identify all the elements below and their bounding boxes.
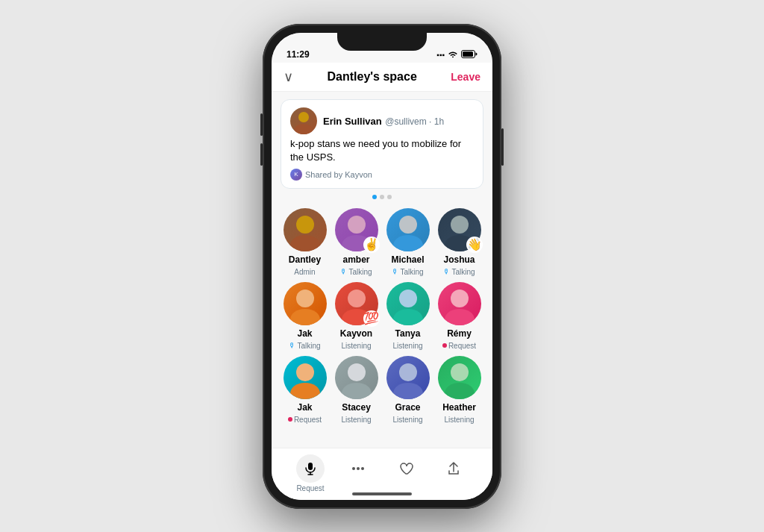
- more-icon: [344, 454, 372, 483]
- svg-point-9: [393, 235, 423, 251]
- participant-item[interactable]: 💯 Kayvon Listening: [332, 282, 381, 350]
- notch: [337, 33, 427, 51]
- participant-avatar: [335, 356, 378, 399]
- svg-point-3: [295, 124, 313, 134]
- content-area: Erin Sullivan @sullivem · 1h k-pop stans…: [272, 92, 492, 500]
- vol-down-button: [260, 143, 263, 166]
- mic-icon: [296, 454, 325, 483]
- participant-name: Kayvon: [340, 328, 372, 339]
- mic-request-label: Request: [296, 484, 324, 492]
- back-button[interactable]: ∨: [284, 69, 293, 85]
- participant-avatar-wrap: [284, 282, 327, 325]
- participant-item[interactable]: Stacey Listening: [332, 356, 381, 424]
- participant-status: Listening: [341, 416, 371, 424]
- svg-point-10: [451, 216, 469, 234]
- app-header: ∨ Dantley's space Leave: [272, 63, 492, 92]
- participant-avatar: [386, 208, 430, 251]
- share-icon: [439, 454, 468, 483]
- svg-point-26: [451, 363, 469, 381]
- participant-avatar: [284, 208, 327, 251]
- svg-point-19: [445, 309, 475, 325]
- tweet-author-row: Erin Sullivan @sullivem · 1h: [290, 107, 474, 134]
- dot-1: [372, 195, 377, 199]
- svg-point-12: [296, 290, 314, 307]
- participant-avatar-wrap: [284, 208, 327, 251]
- participant-name: Jak: [297, 402, 312, 413]
- participant-status: Request: [442, 342, 476, 350]
- participant-avatar-wrap: [284, 356, 327, 399]
- svg-point-13: [290, 309, 320, 325]
- participant-status: Listening: [392, 342, 422, 350]
- tweet-avatar: [290, 107, 317, 134]
- share-button[interactable]: [439, 454, 468, 483]
- participant-avatar: [438, 356, 481, 399]
- svg-point-14: [348, 290, 366, 307]
- status-icons: ▪▪▪: [436, 50, 478, 60]
- participant-avatar: [386, 282, 430, 325]
- svg-point-8: [399, 216, 417, 234]
- participant-status: 🎙 Talking: [289, 342, 320, 350]
- participant-item[interactable]: 👋 Joshua 🎙 Talking: [435, 208, 483, 276]
- phone-screen: 11:29 ▪▪▪: [272, 33, 492, 500]
- participant-avatar: [438, 282, 481, 325]
- shared-by-row: K Shared by Kayvon: [290, 169, 474, 181]
- participant-item[interactable]: Heather Listening: [435, 356, 483, 424]
- participant-avatar: [284, 282, 327, 325]
- participant-avatar: [284, 356, 327, 399]
- space-title: Dantley's space: [327, 70, 416, 84]
- participant-avatar: [386, 356, 430, 399]
- participant-emoji: 💯: [363, 310, 380, 327]
- participants-grid: Dantley Admin ✌️ amber 🎙 Talking Michael…: [281, 208, 483, 424]
- status-time: 11:29: [286, 49, 310, 60]
- battery-icon: [461, 50, 478, 60]
- participant-item[interactable]: Dantley Admin: [281, 208, 329, 276]
- wifi-icon: [448, 50, 458, 59]
- participant-avatar-wrap: [386, 282, 430, 325]
- participant-status: Request: [288, 416, 322, 424]
- participant-item[interactable]: Grace Listening: [383, 356, 432, 424]
- more-button[interactable]: [344, 454, 372, 483]
- participant-status: Listening: [392, 416, 422, 424]
- participant-item[interactable]: ✌️ amber 🎙 Talking: [332, 208, 381, 276]
- tweet-author-handle: @sullivem · 1h: [385, 116, 444, 127]
- svg-point-18: [451, 290, 469, 307]
- svg-point-2: [298, 112, 309, 122]
- participant-status: Admin: [294, 268, 315, 276]
- participant-name: Michael: [391, 254, 424, 265]
- power-button: [501, 128, 504, 166]
- dot-2: [380, 195, 384, 199]
- participant-name: Rémy: [447, 328, 472, 339]
- svg-point-24: [399, 363, 417, 381]
- participant-status: Listening: [341, 342, 371, 350]
- participant-avatar-wrap: [438, 356, 481, 399]
- phone-frame: 11:29 ▪▪▪: [263, 24, 501, 509]
- participant-item[interactable]: Jak 🎙 Talking: [281, 282, 329, 350]
- participant-status: 🎙 Talking: [443, 268, 475, 276]
- svg-point-16: [399, 290, 417, 307]
- participant-name: Heather: [442, 402, 476, 413]
- svg-point-27: [445, 383, 475, 399]
- svg-point-20: [296, 363, 314, 381]
- heart-button[interactable]: [392, 454, 420, 483]
- svg-point-17: [393, 309, 423, 325]
- dots-indicator: [272, 189, 492, 202]
- leave-button[interactable]: Leave: [451, 71, 480, 83]
- heart-icon: [392, 454, 420, 483]
- participant-name: Dantley: [289, 254, 321, 265]
- svg-point-33: [361, 467, 364, 470]
- svg-point-22: [348, 363, 366, 381]
- participant-item[interactable]: Tanya Listening: [383, 282, 432, 350]
- dot-3: [387, 195, 392, 199]
- participant-avatar-wrap: 💯: [335, 282, 378, 325]
- mic-request-button[interactable]: Request: [296, 454, 325, 492]
- signal-icon: ▪▪▪: [436, 51, 445, 59]
- svg-point-23: [342, 383, 372, 399]
- participant-item[interactable]: Jak Request: [281, 356, 329, 424]
- participant-item[interactable]: Rémy Request: [435, 282, 483, 350]
- participant-item[interactable]: Michael 🎙 Talking: [383, 208, 432, 276]
- tweet-text: k-pop stans we need you to mobilize for …: [290, 137, 474, 164]
- participant-status: 🎙 Talking: [340, 268, 372, 276]
- participant-status: 🎙 Talking: [392, 268, 423, 276]
- shared-by-avatar: K: [290, 169, 302, 181]
- tweet-author-name: Erin Sullivan: [323, 116, 382, 127]
